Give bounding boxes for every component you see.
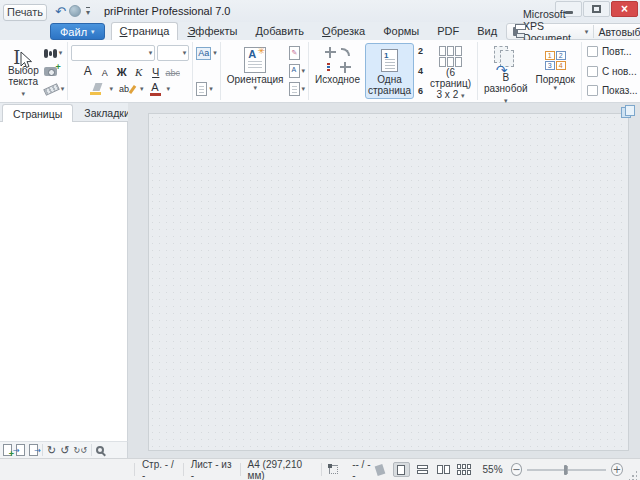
page-info: Стр. - / -: [142, 459, 176, 480]
rotate-180-button[interactable]: ↻↺: [73, 445, 86, 456]
chevron-down-icon: ▾: [302, 68, 306, 74]
tab-crop[interactable]: Обрезка: [313, 22, 374, 40]
original-layout-button[interactable]: Исходное: [312, 43, 363, 99]
rotate-cw-button[interactable]: ↻: [47, 445, 56, 456]
resize-grip[interactable]: [629, 471, 637, 480]
view-single-page-button[interactable]: [393, 462, 410, 477]
find-button[interactable]: ▾: [44, 44, 65, 62]
maximize-button[interactable]: [583, 1, 610, 17]
view-tilted-button[interactable]: [372, 462, 389, 477]
order-button[interactable]: 1 2 3 4 Порядок ▾: [533, 43, 578, 99]
preview-canvas[interactable]: [128, 103, 640, 458]
chevron-down-icon[interactable]: ▾: [167, 86, 171, 92]
group-select: I Выбор текста ▾ ▾ + ▾: [2, 42, 68, 100]
page-layout-area[interactable]: [148, 113, 629, 451]
highlighter-icon[interactable]: [90, 83, 103, 95]
group-orientation: A✳ Ориентация ▾ ✎ A ▾ ▾: [221, 42, 309, 100]
insert-page-after-button[interactable]: →: [29, 444, 38, 456]
group-font: ▾ ▾ А А Ж К Ч abc ▾ ab ▾ А ▾: [68, 42, 193, 100]
main-area: Страницы Закладки + → → ↻ ↺ ↻↺: [0, 103, 640, 458]
add-page-button[interactable]: +: [3, 444, 12, 456]
watermark-icon: ✎: [289, 46, 300, 60]
chevron-down-icon: ▾: [213, 50, 217, 56]
orientation-button[interactable]: A✳ Ориентация ▾: [224, 43, 287, 99]
tab-insert[interactable]: Добавить: [246, 22, 313, 40]
chevron-down-icon: ▾: [59, 50, 63, 56]
printer-selector-bar: Microsoft XPS Document Writer ▾ Автовыбо…: [506, 23, 640, 40]
strikethrough-button[interactable]: abc: [165, 63, 180, 79]
zoom-slider[interactable]: [527, 469, 606, 471]
selection-info: -- / --: [352, 459, 371, 480]
print-button[interactable]: Печать: [3, 4, 47, 21]
one-page-button[interactable]: 1 Одна страница: [365, 43, 414, 99]
one-page-icon: 1: [381, 46, 398, 74]
four-pages-button[interactable]: 4: [418, 66, 423, 76]
snapshot-button[interactable]: +: [44, 62, 65, 80]
format-text-button[interactable]: Аa ▾: [196, 44, 217, 62]
checkbox-new-sheet[interactable]: С нов...: [587, 66, 638, 77]
file-menu-button[interactable]: Файл ▾: [50, 23, 105, 40]
zoom-out-button[interactable]: −: [511, 463, 523, 476]
insert-page-before-button[interactable]: →: [16, 444, 25, 456]
measure-button[interactable]: ▾: [44, 80, 65, 98]
new-page-icon: +: [3, 444, 12, 456]
region-select-icon[interactable]: [329, 465, 338, 474]
chevron-down-icon: ▾: [91, 28, 95, 36]
checkbox-show[interactable]: Показ...: [587, 85, 638, 96]
chevron-down-icon[interactable]: ▾: [585, 28, 589, 36]
underline-button[interactable]: Ч: [148, 63, 163, 79]
window-title: priPrinter Professional 7.0: [104, 5, 231, 17]
zoom-fit-button[interactable]: [96, 446, 104, 454]
six-pages-button[interactable]: 6: [418, 86, 423, 96]
tab-page[interactable]: Страница: [111, 22, 179, 40]
font-color-button[interactable]: А: [150, 82, 161, 96]
margins-button[interactable]: ▾: [289, 80, 306, 98]
undo-icon[interactable]: ↶: [55, 5, 66, 18]
group-layout: Исходное 1 Одна страница 2 4 6 (6 страни…: [309, 42, 478, 100]
text-edit-icon[interactable]: ab: [119, 84, 134, 94]
thumbnail-grid-icon: [457, 464, 471, 475]
quick-access-tool-icon[interactable]: [69, 5, 81, 17]
zoom-in-button[interactable]: +: [611, 463, 623, 476]
header-footer-button[interactable]: A ▾: [289, 62, 306, 80]
grid-3x2-icon: [439, 46, 462, 67]
separator: [91, 444, 92, 456]
group-format-tools: Аa ▾ ▾: [193, 42, 221, 100]
six-pages-layout-button[interactable]: (6 страниц) 3 x 2 ▾: [427, 43, 474, 99]
magnifier-icon: [96, 446, 104, 454]
zoom-slider-handle[interactable]: [564, 465, 567, 475]
chevron-down-icon[interactable]: ▾: [140, 86, 144, 92]
select-text-button[interactable]: I Выбор текста ▾: [5, 43, 42, 99]
view-facing-button[interactable]: [435, 462, 452, 477]
shuffle-button[interactable]: ↷ В разнобой ▾: [481, 43, 531, 99]
page-style-button[interactable]: ▾: [196, 80, 217, 98]
pages-panel[interactable]: [0, 122, 128, 441]
character-style-icon: Аa: [196, 47, 211, 60]
font-family-select[interactable]: ▾: [71, 45, 155, 61]
text-cursor-icon: I: [11, 46, 35, 65]
view-continuous-button[interactable]: [414, 462, 431, 477]
tab-forms[interactable]: Формы: [374, 22, 428, 40]
customize-qat-icon[interactable]: ▾: [86, 7, 90, 16]
tab-effects[interactable]: Эффекты: [178, 22, 246, 40]
shrink-font-button[interactable]: А: [97, 63, 112, 79]
two-pages-button[interactable]: 2: [418, 46, 423, 56]
font-size-select[interactable]: ▾: [157, 45, 189, 61]
paper-mode-select[interactable]: Автовыбор: [599, 26, 640, 38]
rotate-ccw-button[interactable]: ↺: [60, 445, 69, 456]
view-thumbnails-button[interactable]: [456, 462, 473, 477]
continuous-pages-icon: [417, 465, 428, 474]
sidebar-tab-pages[interactable]: Страницы: [2, 104, 73, 122]
checkbox-repeat[interactable]: Повт...: [587, 46, 638, 57]
watermark-button[interactable]: ✎: [289, 44, 306, 62]
close-button[interactable]: ×: [611, 1, 638, 17]
tab-pdf[interactable]: PDF: [428, 22, 468, 40]
chevron-down-icon[interactable]: ▾: [109, 86, 113, 92]
italic-button[interactable]: К: [131, 63, 146, 79]
detach-preview-icon[interactable]: [621, 105, 635, 117]
grow-font-button[interactable]: А: [80, 63, 95, 79]
bold-button[interactable]: Ж: [114, 63, 129, 79]
quick-access-toolbar: ↶ ▾: [55, 5, 90, 18]
tab-view[interactable]: Вид: [468, 22, 506, 40]
sheet-info: Лист - из -: [191, 459, 233, 480]
